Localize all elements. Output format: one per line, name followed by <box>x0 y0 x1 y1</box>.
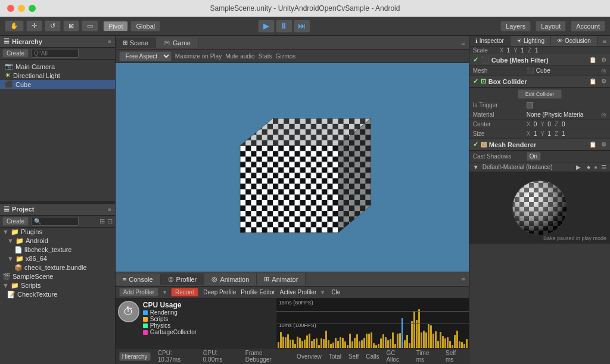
hand-tool[interactable]: ✋ <box>5 20 24 32</box>
move-tool[interactable]: ✛ <box>26 20 42 32</box>
chart-bar <box>375 345 377 348</box>
project-view-icon[interactable]: ⊞ <box>99 217 105 225</box>
hierarchy-create-button[interactable]: Create <box>2 49 29 58</box>
chart-bar <box>435 331 437 348</box>
active-profiler-label[interactable]: Active Profiler <box>280 289 317 295</box>
tab-animator[interactable]: ⊞ Animator <box>257 273 306 285</box>
mesh-select-icon[interactable]: ◎ <box>601 67 606 74</box>
tab-options[interactable]: ≡ <box>461 39 468 46</box>
chart-bar <box>394 344 396 348</box>
lighting-tab-label: Lighting <box>524 38 544 44</box>
animator-icon: ⊞ <box>264 275 269 283</box>
account-dropdown[interactable]: Account <box>571 21 605 32</box>
step-button[interactable]: ⏭ <box>294 20 310 33</box>
mute-label[interactable]: Mute audio <box>225 53 254 60</box>
frame-debugger[interactable]: Frame Debugger <box>245 350 290 363</box>
project-toggle-icon[interactable]: ⊡ <box>107 217 113 225</box>
maximize-button[interactable] <box>29 5 36 12</box>
tab-scene[interactable]: ⊞ Scene <box>116 38 156 48</box>
scale-tool[interactable]: ⊠ <box>63 20 79 32</box>
project-create-button[interactable]: Create <box>2 217 29 226</box>
hierarchy-item-cube[interactable]: ⬛ Cube <box>0 80 115 89</box>
tree-item-scripts[interactable]: ▼ 📁 Scripts <box>0 281 115 290</box>
cpu-usage-label: CPU Usage <box>143 301 197 309</box>
tree-item-x86[interactable]: ▼ 📁 x86_64 <box>0 254 115 263</box>
add-profiler-button[interactable]: Add Profiler <box>119 288 158 297</box>
bottom-tab-options[interactable]: ≡ <box>461 276 468 283</box>
window-controls[interactable] <box>7 5 36 12</box>
rotate-tool[interactable]: ↺ <box>45 20 61 32</box>
hierarchy-search[interactable] <box>31 49 79 58</box>
tree-item-checktexture[interactable]: 📝 CheckTexture <box>0 290 115 299</box>
clear-label[interactable]: Cle <box>331 289 340 295</box>
center-z: Z 0 <box>555 121 565 127</box>
material-list-icon[interactable]: ☰ <box>601 164 606 170</box>
box-collider-checkbox[interactable]: ✓ <box>473 77 478 85</box>
tab-animation[interactable]: ◎ Animation <box>204 273 257 285</box>
chart-bar <box>323 339 325 348</box>
mesh-filter-gear-icon[interactable]: ⚙ <box>601 57 606 63</box>
profile-editor-label[interactable]: Profile Editor <box>241 289 275 295</box>
chart-bar <box>452 345 453 348</box>
tree-item-plugins[interactable]: ▼ 📁 Plugins <box>0 228 115 237</box>
material-select-icon[interactable]: ◎ <box>601 111 606 118</box>
tree-item-libcheck[interactable]: 📄 libcheck_texture <box>0 245 115 254</box>
hierarchy-item-main-camera[interactable]: 📷 Main Camera <box>0 62 115 71</box>
pivot-button[interactable]: Pivot <box>103 21 128 32</box>
project-title: Project <box>12 206 34 213</box>
tab-game[interactable]: 🎮 Game <box>156 38 198 48</box>
scale-z-value: 1 <box>535 47 539 54</box>
is-trigger-checkbox[interactable] <box>527 102 533 108</box>
chart-bar <box>371 332 372 348</box>
center-y: Y 0 <box>540 121 551 127</box>
box-collider-copy-icon[interactable]: 📋 <box>589 78 596 85</box>
hierarchy-options[interactable]: ≡ <box>108 38 111 45</box>
tab-console[interactable]: ≡ Console <box>116 274 161 285</box>
profiler-chart[interactable]: 16ms (60FPS) 10ms (100FPS) <box>276 298 469 348</box>
folder-arrow-icon: ▼ <box>7 237 14 244</box>
play-button[interactable]: ▶ <box>258 20 275 33</box>
mesh-filter-checkbox[interactable]: ✓ <box>473 56 478 64</box>
profiler-hierarchy-dropdown[interactable]: Hierarchy <box>119 352 151 361</box>
cast-shadows-dropdown[interactable]: On <box>527 152 541 161</box>
tab-occlusion[interactable]: 👁 Occlusion <box>551 36 597 46</box>
mesh-filter-copy-icon[interactable]: 📋 <box>589 57 596 63</box>
tab-profiler[interactable]: ◎ Profiler <box>161 273 205 285</box>
rect-tool[interactable]: ▭ <box>82 20 98 32</box>
mesh-renderer-copy-icon[interactable]: 📋 <box>589 141 596 148</box>
toolbar-right: Layers Layout Account <box>500 21 605 32</box>
hierarchy-item-directional-light[interactable]: ☀ Directional Light <box>0 71 115 80</box>
pause-button[interactable]: ⏸ <box>276 20 292 33</box>
tab-inspector[interactable]: ℹ Inspector <box>469 36 511 46</box>
stats-label[interactable]: Stats <box>259 53 272 60</box>
record-button[interactable]: Record <box>171 288 198 297</box>
close-button[interactable] <box>7 5 14 12</box>
chart-bar <box>444 338 446 348</box>
chart-bar <box>344 341 346 348</box>
layers-dropdown[interactable]: Layers <box>500 21 531 32</box>
scale-label: Scale <box>473 47 500 54</box>
layout-dropdown[interactable]: Layout <box>536 21 566 32</box>
inspector-options[interactable]: ≡ <box>603 38 610 45</box>
size-z: Z 1 <box>555 130 565 137</box>
edit-collider-button[interactable]: Edit Collider <box>518 89 562 99</box>
project-search[interactable] <box>31 217 79 226</box>
chart-spike <box>402 318 403 348</box>
tree-item-bundle[interactable]: 📦 check_texture.bundle <box>0 263 115 272</box>
minimize-button[interactable] <box>18 5 25 12</box>
tree-item-android[interactable]: ▼ 📁 Android <box>0 237 115 245</box>
deep-profile-label[interactable]: Deep Profile <box>203 289 236 295</box>
material-play-icon[interactable]: ▶ <box>576 164 581 170</box>
box-collider-gear-icon[interactable]: ⚙ <box>601 78 606 85</box>
chart-bar <box>301 341 303 348</box>
cx-val: 0 <box>534 121 537 127</box>
mesh-renderer-gear-icon[interactable]: ⚙ <box>601 141 606 148</box>
center-x: X 0 <box>527 121 537 127</box>
mesh-renderer-checkbox[interactable]: ✓ <box>473 141 478 148</box>
tree-item-samplescene[interactable]: 🎬 SampleScene <box>0 272 115 281</box>
gizmos-label[interactable]: Gizmos <box>275 53 295 60</box>
tab-lighting[interactable]: ☀ Lighting <box>511 36 551 46</box>
project-options[interactable]: ≡ <box>108 206 111 213</box>
aspect-dropdown[interactable]: Free Aspect <box>119 51 172 61</box>
global-button[interactable]: Global <box>130 21 160 32</box>
